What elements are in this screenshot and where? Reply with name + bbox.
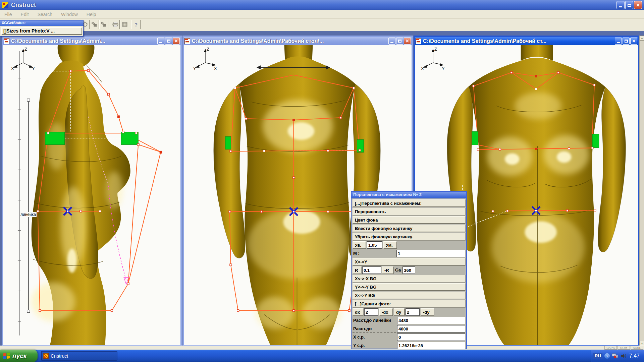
wireframe-lines[interactable] [38,70,161,310]
green-marker-left[interactable] [472,131,478,145]
system-tray: RU ‹ 7:47 [591,350,644,362]
set-bg-image-button[interactable]: Ввести фоновую картинку [353,225,465,232]
ruler-label: линейка [20,212,37,217]
document-icon [4,38,9,44]
viewport-side[interactable]: Z X Y линейка [3,45,180,345]
minimize-button[interactable] [616,1,625,9]
r-input[interactable] [362,266,381,274]
m-input[interactable] [396,250,465,257]
menu-window[interactable]: Window [57,12,82,17]
axis-label-x: X [421,66,424,71]
child2-minimize-button[interactable] [388,38,395,45]
child3-minimize-button[interactable] [615,38,622,45]
axis-label-z: Z [434,47,437,52]
zoom-input[interactable] [367,241,382,249]
redraw-button[interactable]: Перерисовать [353,208,465,215]
flashlight-icon-2 [101,22,107,27]
taskbar-task-cnstruct[interactable]: Cnstruct [41,351,117,361]
child1-titlebar[interactable]: C:\Documents and Settings\Admin\... ✕ [3,37,180,45]
dx-button[interactable]: dx [353,308,363,316]
control-points[interactable] [473,71,596,212]
wireframe-overlay-side[interactable] [3,45,180,345]
flashlight-tool-button[interactable] [90,20,99,29]
dist-ruler-input[interactable] [397,317,465,324]
task-icon [43,353,49,359]
app-title: Cnstruct [11,2,36,9]
close-button[interactable]: ✕ [634,1,642,9]
close-icon: ✕ [406,39,409,44]
document-icon [416,38,421,44]
zoom-out-button[interactable]: Ум. [383,241,397,249]
child3-titlebar[interactable]: C:\Documents and Settings\Admin\Рабочий … [415,37,638,45]
vertical-scrollbar[interactable]: ▲ ▼ [639,36,644,346]
panel-title[interactable]: Перспектива с искажением № 2 [352,192,466,198]
zoom-in-button[interactable]: Ув. [353,241,366,249]
r-button[interactable]: R [353,266,361,274]
tray-chevron-icon[interactable]: ‹ [604,353,610,359]
green-marker-left[interactable] [225,136,231,149]
swap-xy-button[interactable]: X<->Y [353,258,465,265]
dist-input[interactable] [397,325,465,333]
scrl-indicator: SCRL [631,346,643,350]
child1-close-button[interactable]: ✕ [173,38,180,45]
child3-title: C:\Documents and Settings\Admin\Рабочий … [423,38,613,44]
child1-minimize-button[interactable] [157,38,164,45]
grid-icon [122,22,127,27]
wireframe-lines[interactable] [230,75,360,310]
ga-input[interactable] [402,266,415,274]
x-center-input[interactable] [397,334,465,341]
child3-maximize-button[interactable] [623,38,630,45]
menu-file[interactable]: File [0,12,16,17]
dx-input[interactable] [364,308,378,316]
swap-y-negy-bg-button[interactable]: Y<->-Y BG [353,283,465,291]
child1-maximize-button[interactable] [165,38,172,45]
dy-button[interactable]: dy [394,308,405,316]
scroll-down-button[interactable]: ▼ [640,341,644,346]
remove-bg-image-button[interactable]: Убрать фоновую картинку. [353,233,465,240]
neg-r-button[interactable]: -R [382,266,393,274]
network-icon[interactable] [612,353,619,359]
grid-tool-button[interactable] [120,20,129,29]
axis-label-x: X [214,66,217,71]
wireframe-lines[interactable] [474,72,595,211]
control-points[interactable] [229,87,361,312]
swap-x-negx-bg-button[interactable]: X<->-X BG [353,275,465,282]
child2-titlebar[interactable]: C:\Documents and Settings\Admin\Рабочий … [184,37,412,45]
start-button[interactable]: пуск [0,350,38,362]
language-indicator[interactable]: RU [593,353,602,359]
menu-search[interactable]: Search [33,12,57,17]
menu-help[interactable]: Help [82,12,101,17]
minimize-icon [390,42,393,43]
perspective-header-button[interactable]: [...]Перспектива с искажением: [353,199,465,207]
perspective-panel[interactable]: Перспектива с искажением № 2 [...]Перспе… [351,191,467,349]
print-tool-button[interactable] [111,20,120,29]
task-label: Cnstruct [51,353,68,359]
child3-close-button[interactable]: ✕ [630,38,637,45]
child-window-side-view[interactable]: C:\Documents and Settings\Admin\... ✕ [2,36,182,346]
windows-logo-icon [3,352,10,359]
y-center-input[interactable] [397,342,465,349]
scroll-up-button[interactable]: ▲ [640,36,644,41]
maximize-button[interactable] [625,1,633,9]
child2-close-button[interactable]: ✕ [404,38,411,45]
maximize-icon [628,4,631,7]
flashlight2-tool-button[interactable] [99,20,108,29]
dy-input[interactable] [406,308,420,316]
green-marker-right[interactable] [592,134,599,147]
speaker-icon[interactable] [621,353,627,359]
menu-edit[interactable]: Edit [16,12,33,17]
taskbar: пуск Cnstruct RU ‹ 7:47 [0,350,644,362]
control-points[interactable] [37,69,162,311]
neg-dy-button[interactable]: -dy [421,308,434,316]
neg-dx-button[interactable]: -dx [379,308,393,316]
taskbar-clock[interactable]: 7:47 [629,353,640,359]
help-tool-button[interactable]: ? [131,20,141,29]
print-icon [112,22,118,27]
num-indicator: NUM [618,346,630,350]
photo-shifts-button[interactable]: [...]Сдвиги фото: [353,300,465,307]
guide-dashes [463,185,507,229]
ruler[interactable] [27,99,30,313]
swap-xy-bg-button[interactable]: X<->Y BG [353,292,465,299]
bg-color-button[interactable]: Цвет фона [353,216,465,224]
child2-maximize-button[interactable] [396,38,403,45]
